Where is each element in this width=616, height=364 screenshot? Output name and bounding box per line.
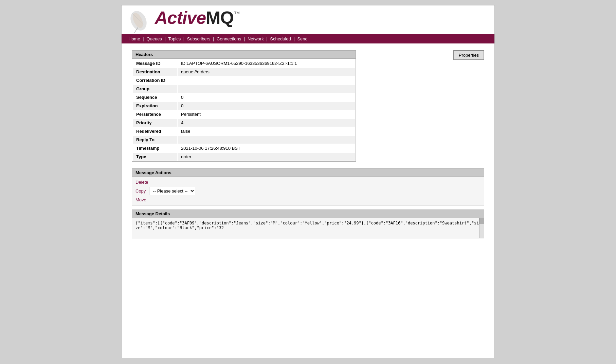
headers-table: Message IDID:LAPTOP-6AUSORM1-65290-16335… — [132, 59, 356, 162]
header-value-7: 4 — [178, 119, 355, 127]
message-actions-title: Message Actions — [132, 168, 484, 177]
scrollbar[interactable] — [479, 218, 484, 238]
nav-sep-4: | — [213, 36, 214, 41]
header-row-5: Expiration0 — [133, 102, 355, 110]
header: ActiveMQ TM — [122, 5, 494, 34]
header-value-4: 0 — [178, 93, 355, 101]
nav-sep-7: | — [293, 36, 294, 41]
logo-tm: TM — [234, 11, 240, 15]
header-label-3: Group — [133, 85, 177, 93]
copy-link[interactable]: Copy — [135, 188, 146, 194]
header-row-3: Group — [133, 85, 355, 93]
header-value-5: 0 — [178, 102, 355, 110]
content-area: Headers Message IDID:LAPTOP-6AUSORM1-652… — [122, 43, 494, 245]
message-details-section: Message Details {"items":[{"code":"3AF09… — [132, 210, 484, 238]
header-label-5: Expiration — [133, 102, 177, 110]
headers-properties-row: Headers Message IDID:LAPTOP-6AUSORM1-652… — [132, 50, 484, 162]
headers-panel: Headers Message IDID:LAPTOP-6AUSORM1-652… — [132, 50, 356, 162]
nav-subscribers[interactable]: Subscribers — [187, 36, 211, 41]
nav-send[interactable]: Send — [297, 36, 307, 41]
nav-sep-5: | — [244, 36, 245, 41]
message-actions-section: Message Actions Delete Copy -- Please se… — [132, 168, 484, 205]
header-row-0: Message IDID:LAPTOP-6AUSORM1-65290-16335… — [133, 59, 355, 67]
header-row-8: Redeliveredfalse — [133, 127, 355, 135]
header-label-11: Type — [133, 153, 177, 161]
message-actions-body: Delete Copy -- Please select --queue://o… — [132, 177, 484, 205]
message-details-text: {"items":[{"code":"3AF09","description":… — [135, 221, 481, 230]
header-label-8: Redelivered — [133, 127, 177, 135]
nav-network[interactable]: Network — [248, 36, 264, 41]
header-label-2: Correlation ID — [133, 76, 177, 84]
nav-connections[interactable]: Connections — [217, 36, 241, 41]
message-details-title: Message Details — [132, 210, 484, 218]
header-label-10: Timestamp — [133, 144, 177, 152]
headers-title: Headers — [132, 50, 356, 59]
header-value-6: Persistent — [178, 110, 355, 118]
nav-sep-6: | — [266, 36, 267, 41]
logo-text-group: ActiveMQ TM — [155, 9, 240, 26]
header-row-4: Sequence0 — [133, 93, 355, 101]
header-label-0: Message ID — [133, 59, 177, 67]
header-row-10: Timestamp2021-10-06 17:26:48:910 BST — [133, 144, 355, 152]
logo-text: ActiveMQ — [155, 9, 234, 26]
nav-topics[interactable]: Topics — [168, 36, 181, 41]
header-row-6: PersistencePersistent — [133, 110, 355, 118]
header-value-0: ID:LAPTOP-6AUSORM1-65290-1633536369162-5… — [178, 59, 355, 67]
header-value-11: order — [178, 153, 355, 161]
header-value-1: queue://orders — [178, 68, 355, 76]
header-label-9: Reply To — [133, 136, 177, 144]
nav-sep-1: | — [143, 36, 144, 41]
headers-tbody: Message IDID:LAPTOP-6AUSORM1-65290-16335… — [133, 59, 355, 161]
properties-button[interactable]: Properties — [453, 50, 484, 60]
header-label-4: Sequence — [133, 93, 177, 101]
nav-sep-2: | — [165, 36, 166, 41]
header-label-1: Destination — [133, 68, 177, 76]
header-value-2 — [178, 76, 355, 84]
header-label-6: Persistence — [133, 110, 177, 118]
header-value-10: 2021-10-06 17:26:48:910 BST — [178, 144, 355, 152]
nav-queues[interactable]: Queues — [146, 36, 162, 41]
navbar: Home | Queues | Topics | Subscribers | C… — [122, 34, 494, 43]
header-row-11: Typeorder — [133, 153, 355, 161]
header-row-2: Correlation ID — [133, 76, 355, 84]
logo-area: ActiveMQ TM — [128, 9, 488, 33]
nav-scheduled[interactable]: Scheduled — [270, 36, 291, 41]
copy-destination-select[interactable]: -- Please select --queue://orders — [149, 187, 195, 195]
feather-icon — [128, 9, 152, 33]
header-value-9 — [178, 136, 355, 144]
move-link[interactable]: Move — [135, 197, 195, 202]
main-window: ActiveMQ TM Home | Queues | Topics | Sub… — [121, 5, 495, 358]
header-row-1: Destinationqueue://orders — [133, 68, 355, 76]
header-label-7: Priority — [133, 119, 177, 127]
nav-home[interactable]: Home — [128, 36, 140, 41]
copy-row: Copy -- Please select --queue://orders — [135, 187, 195, 195]
header-value-3 — [178, 85, 355, 93]
actions-links: Delete Copy -- Please select --queue://o… — [135, 180, 195, 202]
delete-link[interactable]: Delete — [135, 180, 195, 185]
header-row-9: Reply To — [133, 136, 355, 144]
message-details-body: {"items":[{"code":"3AF09","description":… — [132, 218, 484, 238]
scrollbar-thumb[interactable] — [479, 218, 484, 224]
header-row-7: Priority4 — [133, 119, 355, 127]
header-value-8: false — [178, 127, 355, 135]
nav-sep-3: | — [183, 36, 184, 41]
